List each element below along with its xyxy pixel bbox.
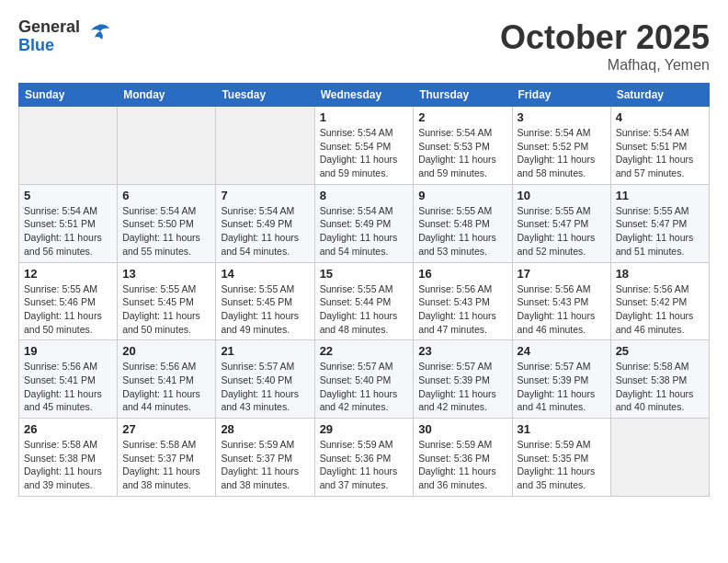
logo-bird-icon: [84, 21, 111, 52]
calendar-cell: 2Sunrise: 5:54 AM Sunset: 5:53 PM Daylig…: [414, 107, 512, 185]
weekday-header-saturday: Saturday: [610, 84, 709, 107]
day-info: Sunrise: 5:56 AM Sunset: 5:43 PM Dayligh…: [418, 282, 506, 337]
calendar-cell: 9Sunrise: 5:55 AM Sunset: 5:48 PM Daylig…: [414, 184, 512, 262]
calendar-cell: 10Sunrise: 5:55 AM Sunset: 5:47 PM Dayli…: [512, 184, 610, 262]
day-info: Sunrise: 5:55 AM Sunset: 5:45 PM Dayligh…: [122, 282, 210, 337]
calendar-cell: 13Sunrise: 5:55 AM Sunset: 5:45 PM Dayli…: [118, 262, 216, 340]
day-info: Sunrise: 5:57 AM Sunset: 5:40 PM Dayligh…: [320, 360, 409, 414]
day-info: Sunrise: 5:59 AM Sunset: 5:36 PM Dayligh…: [418, 438, 506, 492]
calendar-table: SundayMondayTuesdayWednesdayThursdayFrid…: [18, 83, 710, 497]
day-number: 25: [616, 344, 704, 358]
calendar-cell: 18Sunrise: 5:56 AM Sunset: 5:42 PM Dayli…: [610, 262, 709, 340]
day-number: 5: [24, 189, 112, 202]
day-number: 30: [418, 422, 506, 436]
weekday-header-monday: Monday: [118, 84, 216, 107]
calendar-cell: 24Sunrise: 5:57 AM Sunset: 5:39 PM Dayli…: [512, 340, 610, 419]
day-number: 1: [320, 110, 409, 124]
calendar-cell: 15Sunrise: 5:55 AM Sunset: 5:44 PM Dayli…: [314, 262, 414, 340]
calendar-cell: [19, 107, 118, 185]
calendar-cell: 1Sunrise: 5:54 AM Sunset: 5:54 PM Daylig…: [314, 107, 414, 185]
day-info: Sunrise: 5:55 AM Sunset: 5:47 PM Dayligh…: [616, 204, 704, 259]
day-info: Sunrise: 5:56 AM Sunset: 5:41 PM Dayligh…: [122, 360, 210, 414]
calendar-week-5: 26Sunrise: 5:58 AM Sunset: 5:38 PM Dayli…: [19, 419, 710, 497]
day-number: 21: [221, 344, 309, 358]
day-number: 28: [221, 422, 309, 436]
day-info: Sunrise: 5:56 AM Sunset: 5:43 PM Dayligh…: [518, 282, 606, 337]
day-info: Sunrise: 5:54 AM Sunset: 5:49 PM Dayligh…: [320, 204, 409, 259]
day-number: 26: [24, 422, 112, 436]
calendar-cell: 30Sunrise: 5:59 AM Sunset: 5:36 PM Dayli…: [414, 419, 512, 497]
day-info: Sunrise: 5:57 AM Sunset: 5:39 PM Dayligh…: [418, 360, 506, 414]
calendar-cell: 3Sunrise: 5:54 AM Sunset: 5:52 PM Daylig…: [512, 107, 610, 185]
day-number: 18: [616, 267, 704, 281]
calendar-cell: 5Sunrise: 5:54 AM Sunset: 5:51 PM Daylig…: [19, 184, 118, 262]
day-number: 10: [518, 189, 606, 202]
weekday-header-tuesday: Tuesday: [216, 84, 314, 107]
calendar-cell: [610, 419, 709, 497]
calendar-cell: 25Sunrise: 5:58 AM Sunset: 5:38 PM Dayli…: [610, 340, 709, 419]
calendar-week-4: 19Sunrise: 5:56 AM Sunset: 5:41 PM Dayli…: [19, 340, 710, 419]
calendar-cell: 28Sunrise: 5:59 AM Sunset: 5:37 PM Dayli…: [216, 419, 314, 497]
day-info: Sunrise: 5:54 AM Sunset: 5:54 PM Dayligh…: [320, 126, 409, 180]
day-info: Sunrise: 5:55 AM Sunset: 5:44 PM Dayligh…: [320, 282, 409, 337]
day-number: 24: [518, 344, 606, 358]
logo: General Blue: [18, 18, 111, 55]
day-info: Sunrise: 5:58 AM Sunset: 5:38 PM Dayligh…: [24, 438, 112, 492]
logo-general-text: General: [18, 18, 80, 37]
calendar-cell: [216, 107, 314, 185]
calendar-cell: 8Sunrise: 5:54 AM Sunset: 5:49 PM Daylig…: [314, 184, 414, 262]
day-info: Sunrise: 5:59 AM Sunset: 5:35 PM Dayligh…: [518, 438, 606, 492]
calendar-cell: 22Sunrise: 5:57 AM Sunset: 5:40 PM Dayli…: [314, 340, 414, 419]
day-info: Sunrise: 5:55 AM Sunset: 5:48 PM Dayligh…: [418, 204, 506, 259]
day-info: Sunrise: 5:59 AM Sunset: 5:36 PM Dayligh…: [320, 438, 409, 492]
day-number: 23: [418, 344, 506, 358]
day-info: Sunrise: 5:54 AM Sunset: 5:51 PM Dayligh…: [24, 204, 112, 259]
calendar-cell: 19Sunrise: 5:56 AM Sunset: 5:41 PM Dayli…: [19, 340, 118, 419]
weekday-header-friday: Friday: [512, 84, 610, 107]
weekday-header-sunday: Sunday: [19, 84, 118, 107]
calendar-cell: [118, 107, 216, 185]
day-number: 16: [418, 267, 506, 281]
page-header: General Blue October 2025 Mafhaq, Yemen: [18, 18, 710, 74]
day-info: Sunrise: 5:54 AM Sunset: 5:51 PM Dayligh…: [616, 126, 704, 180]
day-number: 7: [221, 189, 309, 202]
day-number: 14: [221, 267, 309, 281]
day-info: Sunrise: 5:55 AM Sunset: 5:47 PM Dayligh…: [518, 204, 606, 259]
calendar-cell: 7Sunrise: 5:54 AM Sunset: 5:49 PM Daylig…: [216, 184, 314, 262]
day-number: 22: [320, 344, 409, 358]
day-number: 29: [320, 422, 409, 436]
calendar-week-1: 1Sunrise: 5:54 AM Sunset: 5:54 PM Daylig…: [19, 107, 710, 185]
title-block: October 2025 Mafhaq, Yemen: [500, 18, 710, 74]
calendar-cell: 4Sunrise: 5:54 AM Sunset: 5:51 PM Daylig…: [610, 107, 709, 185]
location-title: Mafhaq, Yemen: [500, 57, 710, 74]
calendar-cell: 20Sunrise: 5:56 AM Sunset: 5:41 PM Dayli…: [118, 340, 216, 419]
weekday-header-wednesday: Wednesday: [314, 84, 414, 107]
day-info: Sunrise: 5:55 AM Sunset: 5:46 PM Dayligh…: [24, 282, 112, 337]
weekday-header-row: SundayMondayTuesdayWednesdayThursdayFrid…: [19, 84, 710, 107]
calendar-cell: 12Sunrise: 5:55 AM Sunset: 5:46 PM Dayli…: [19, 262, 118, 340]
day-number: 9: [418, 189, 506, 202]
day-number: 6: [122, 189, 210, 202]
day-info: Sunrise: 5:57 AM Sunset: 5:39 PM Dayligh…: [518, 360, 606, 414]
day-number: 31: [518, 422, 606, 436]
day-number: 3: [518, 110, 606, 124]
day-number: 15: [320, 267, 409, 281]
day-number: 12: [24, 267, 112, 281]
calendar-cell: 14Sunrise: 5:55 AM Sunset: 5:45 PM Dayli…: [216, 262, 314, 340]
day-info: Sunrise: 5:55 AM Sunset: 5:45 PM Dayligh…: [221, 282, 309, 337]
day-number: 19: [24, 344, 112, 358]
weekday-header-thursday: Thursday: [414, 84, 512, 107]
day-info: Sunrise: 5:54 AM Sunset: 5:50 PM Dayligh…: [122, 204, 210, 259]
day-number: 27: [122, 422, 210, 436]
day-number: 4: [616, 110, 704, 124]
calendar-cell: 23Sunrise: 5:57 AM Sunset: 5:39 PM Dayli…: [414, 340, 512, 419]
day-info: Sunrise: 5:54 AM Sunset: 5:53 PM Dayligh…: [418, 126, 506, 180]
day-info: Sunrise: 5:56 AM Sunset: 5:42 PM Dayligh…: [616, 282, 704, 337]
month-title: October 2025: [500, 18, 710, 57]
day-info: Sunrise: 5:58 AM Sunset: 5:37 PM Dayligh…: [122, 438, 210, 492]
calendar-cell: 21Sunrise: 5:57 AM Sunset: 5:40 PM Dayli…: [216, 340, 314, 419]
day-info: Sunrise: 5:56 AM Sunset: 5:41 PM Dayligh…: [24, 360, 112, 414]
day-info: Sunrise: 5:54 AM Sunset: 5:52 PM Dayligh…: [518, 126, 606, 180]
calendar-cell: 6Sunrise: 5:54 AM Sunset: 5:50 PM Daylig…: [118, 184, 216, 262]
calendar-cell: 31Sunrise: 5:59 AM Sunset: 5:35 PM Dayli…: [512, 419, 610, 497]
